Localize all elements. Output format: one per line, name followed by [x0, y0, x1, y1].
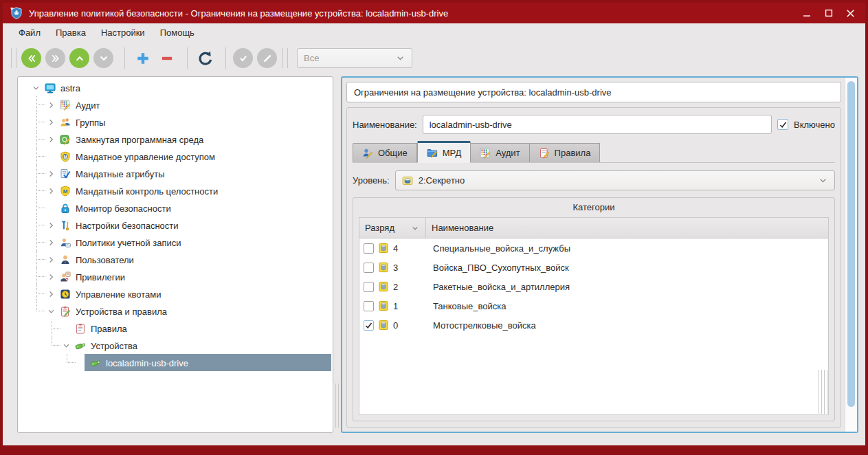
- add-button[interactable]: [132, 47, 154, 69]
- category-icon: [378, 320, 389, 331]
- move-down-button[interactable]: [93, 48, 113, 68]
- filter-select[interactable]: Все: [297, 48, 412, 68]
- tree-collapsed-icon[interactable]: [47, 238, 55, 246]
- tree-item-label: Устройства: [91, 340, 137, 351]
- tree-item-10[interactable]: Пользователи: [19, 251, 332, 268]
- delete-button[interactable]: [156, 47, 178, 69]
- minimize-button[interactable]: [801, 8, 812, 19]
- tree-collapsed-icon[interactable]: [47, 187, 55, 195]
- tree-collapsed-icon[interactable]: [47, 290, 55, 298]
- refresh-icon: [197, 50, 214, 67]
- detail-scrollbar[interactable]: [845, 78, 857, 432]
- move-up-button[interactable]: [69, 48, 89, 68]
- name-input[interactable]: [423, 115, 772, 134]
- tab-правила[interactable]: Правила: [530, 143, 601, 162]
- categories-table-header: Разряд Наименование: [359, 218, 828, 238]
- tab-аудит[interactable]: Аудит: [471, 143, 529, 162]
- toolbar-separator: [124, 47, 125, 69]
- name-row: Наименование: Включено: [353, 115, 835, 134]
- tree-guide: [36, 122, 45, 122]
- tree-guide: [36, 139, 45, 140]
- column-header-name[interactable]: Наименование: [426, 218, 499, 238]
- close-button[interactable]: [845, 8, 856, 19]
- detail-scrollbar-thumb[interactable]: [847, 81, 855, 407]
- category-checkbox[interactable]: [364, 282, 374, 292]
- tree-item-8[interactable]: Настройки безопасности: [19, 217, 332, 234]
- panel-splitter[interactable]: [333, 76, 341, 433]
- category-rank-cell: 0: [359, 320, 427, 331]
- tree-collapsed-icon[interactable]: [47, 221, 55, 229]
- menu-help[interactable]: Помощь: [153, 25, 202, 41]
- tree-collapsed-icon[interactable]: [47, 118, 55, 126]
- level-select[interactable]: 2:Секретно: [395, 170, 835, 190]
- tab-общие[interactable]: Общие: [353, 143, 417, 162]
- privileges-icon: [60, 271, 71, 282]
- window-controls: [801, 8, 858, 19]
- sort-chevron-icon[interactable]: [410, 223, 420, 233]
- tree-item-16[interactable]: localadmin-usb-drive: [19, 354, 332, 371]
- tree-expanded-icon[interactable]: [47, 307, 55, 315]
- tab-bar: ОбщиеМРДАудитПравила: [353, 141, 835, 163]
- category-name: Мотострелковые_войска: [427, 320, 536, 331]
- tree-item-2[interactable]: Группы: [19, 113, 332, 131]
- tree-item-3[interactable]: Замкнутая программная среда: [19, 131, 332, 148]
- tree-item-12[interactable]: Управление квотами: [19, 285, 332, 302]
- tree-item-11[interactable]: Привилегии: [19, 268, 332, 285]
- cancel-button[interactable]: [257, 48, 277, 68]
- refresh-button[interactable]: [194, 47, 216, 69]
- svg-text:M: M: [63, 188, 68, 195]
- tree-collapsed-icon[interactable]: [47, 273, 55, 280]
- menu-edit[interactable]: Правка: [48, 25, 93, 41]
- tree-item-label: localadmin-usb-drive: [106, 357, 188, 368]
- tree-guide: [67, 354, 67, 363]
- tree-item-14[interactable]: Правила: [19, 320, 332, 337]
- tree-item-5[interactable]: Мандатные атрибуты: [19, 165, 332, 182]
- tree-item-label: Настройки безопасности: [76, 220, 179, 230]
- apply-button[interactable]: [233, 48, 253, 68]
- tree-item-label: Управление квотами: [76, 289, 162, 299]
- column-header-rank[interactable]: Разряд: [365, 223, 394, 233]
- category-checkbox[interactable]: [364, 263, 374, 273]
- tree-item-9[interactable]: Политики учетной записи: [19, 234, 332, 251]
- tree-item-4[interactable]: MМандатное управление доступом: [19, 148, 332, 165]
- tree-guide: [36, 242, 45, 243]
- move-first-button[interactable]: [21, 48, 41, 68]
- category-rank: 3: [393, 263, 398, 273]
- tree-item-15[interactable]: Устройства: [19, 337, 332, 354]
- move-last-button[interactable]: [45, 48, 65, 68]
- category-checkbox[interactable]: [364, 320, 374, 331]
- tab-мрд[interactable]: МРД: [417, 141, 471, 163]
- chevron-up-icon: [74, 53, 85, 64]
- tree-item-label: Аудит: [76, 100, 100, 110]
- tree-collapsed-icon[interactable]: [47, 256, 55, 263]
- tree-expanded-icon[interactable]: [32, 84, 40, 91]
- svg-text:M: M: [63, 154, 67, 159]
- category-name: Ракетные_войска_и_артиллерия: [427, 282, 570, 292]
- tree-item-6[interactable]: MМандатный контроль целостности: [19, 182, 332, 199]
- category-checkbox[interactable]: [364, 301, 374, 311]
- category-name: Войска_ПВО_Сухопутных_войск: [427, 263, 569, 273]
- category-icon: [378, 300, 389, 311]
- double-chevron-right-icon: [50, 53, 61, 64]
- category-checkbox[interactable]: [364, 243, 374, 254]
- tree-collapsed-icon[interactable]: [47, 101, 55, 109]
- tree-item-7[interactable]: Монитор безопасности: [19, 199, 332, 217]
- tree-collapsed-icon[interactable]: [47, 170, 55, 177]
- check-circle-icon: [238, 53, 249, 64]
- toolbar-separator: [187, 47, 188, 69]
- tree-item-0[interactable]: astra: [19, 79, 332, 96]
- menu-file[interactable]: Файл: [11, 25, 48, 41]
- tab-label: МРД: [443, 148, 461, 158]
- maximize-button[interactable]: [823, 8, 834, 19]
- tree-item-1[interactable]: Аудит: [19, 96, 332, 113]
- mandatory-attributes-icon: [60, 168, 71, 179]
- policy-tree-panel: astraАудитГруппыЗамкнутая программная ср…: [17, 76, 333, 433]
- toolbar-grip: [11, 48, 16, 68]
- tree-item-13[interactable]: Устройства и правила: [19, 302, 332, 320]
- tree-collapsed-icon[interactable]: [47, 135, 55, 143]
- enabled-checkbox[interactable]: [777, 119, 788, 130]
- menu-settings[interactable]: Настройки: [93, 25, 153, 41]
- tree-guide: [36, 173, 45, 174]
- tree-expanded-icon[interactable]: [63, 342, 70, 349]
- double-chevron-left-icon: [26, 53, 37, 64]
